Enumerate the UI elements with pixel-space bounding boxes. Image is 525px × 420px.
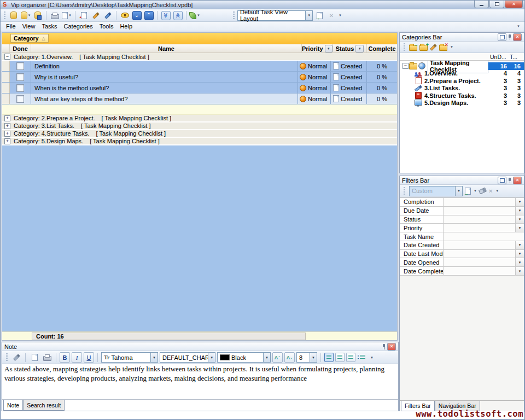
underline-button[interactable]: U xyxy=(84,352,94,363)
tree-row-list-tasks[interactable]: 3.List Tasks. 33 xyxy=(400,85,524,92)
done-checkbox[interactable] xyxy=(16,73,24,81)
options-button[interactable]: ▼ xyxy=(189,10,200,21)
align-right-button[interactable] xyxy=(346,353,355,362)
group-row-structure-tasks[interactable]: + Category: 4.Structure Tasks. [ Task Ma… xyxy=(2,130,397,138)
toolbar-grip[interactable] xyxy=(404,187,405,195)
save-filter-button[interactable]: → xyxy=(465,188,471,195)
delete-filter-button[interactable]: ✕ xyxy=(488,188,493,194)
new-task-button[interactable]: * xyxy=(78,10,89,21)
edit-category-button[interactable] xyxy=(430,44,437,51)
toolbar-grip[interactable] xyxy=(4,11,5,20)
task-row[interactable]: When is the method useful? Normal Create… xyxy=(2,83,397,94)
filter-value-field[interactable] xyxy=(444,215,515,224)
filter-value-field[interactable] xyxy=(444,224,515,232)
align-left-button[interactable] xyxy=(324,353,334,362)
combo-dropdown-icon[interactable]: ▼ xyxy=(208,353,215,362)
note-print-button[interactable] xyxy=(42,352,52,363)
menu-help[interactable]: Help xyxy=(116,22,136,31)
align-center-button[interactable] xyxy=(335,353,345,362)
done-checkbox[interactable] xyxy=(16,84,24,92)
view-task-button[interactable] xyxy=(119,10,130,21)
task-row[interactable]: What are key steps of the method? Normal… xyxy=(2,94,397,104)
column-header-name[interactable]: Name xyxy=(31,44,302,52)
column-header-status[interactable]: Status ▼ xyxy=(333,44,367,52)
minimize-button[interactable] xyxy=(474,1,489,8)
filter-dropdown-button[interactable]: ▼ xyxy=(515,258,524,266)
save-note-button[interactable] xyxy=(11,352,22,363)
filter-value-field[interactable] xyxy=(444,258,515,266)
open-database-button[interactable]: ▼ xyxy=(20,10,31,21)
menu-categories[interactable]: Categories xyxy=(61,22,96,31)
delete-layout-button[interactable]: ✕ xyxy=(326,10,337,21)
italic-button[interactable]: I xyxy=(72,352,82,363)
new-database-button[interactable] xyxy=(8,10,19,21)
note-text-editor[interactable]: As stated above, mapping strategies help… xyxy=(2,364,398,400)
tree-row-prepare-project[interactable]: 2.Prepare a Project. 33 xyxy=(400,77,524,85)
layout-combo[interactable]: Default Task View Layout ▼ xyxy=(237,10,313,21)
font-family-combo[interactable]: Tr Tahoma ▼ xyxy=(101,352,158,363)
filter-dropdown-button[interactable]: ▼ xyxy=(515,250,524,258)
filter-dropdown-button[interactable]: ▼ xyxy=(515,207,524,215)
filter-value-field[interactable] xyxy=(444,207,515,215)
done-checkbox[interactable] xyxy=(16,62,24,70)
filter-value-field[interactable] xyxy=(444,198,515,206)
font-color-combo[interactable]: Black ▼ xyxy=(217,352,271,363)
filter-value-field[interactable] xyxy=(444,232,524,241)
expand-group-icon[interactable]: + xyxy=(4,131,10,137)
print-button[interactable] xyxy=(49,10,60,21)
toolbar-overflow-icon[interactable]: ▼ xyxy=(450,45,453,49)
toolbar-overflow-icon[interactable]: ▼ xyxy=(339,14,342,17)
combo-dropdown-icon[interactable]: ▼ xyxy=(455,186,462,196)
filter-dropdown-button[interactable]: ▼ xyxy=(515,241,524,249)
delete-category-button[interactable]: ✕ xyxy=(439,45,447,51)
collapse-tree-icon[interactable]: − xyxy=(402,63,409,69)
group-row-overview[interactable]: − Category: 1.Overview. [ Task Mapping C… xyxy=(2,53,397,61)
panel-close-button[interactable]: ✕ xyxy=(513,33,522,41)
menu-tasks[interactable]: Tasks xyxy=(38,22,60,31)
bold-button[interactable]: B xyxy=(60,352,70,363)
filter-dropdown-button[interactable]: ▼ xyxy=(515,215,524,224)
pin-icon[interactable] xyxy=(508,177,512,184)
filter-dropdown-button[interactable]: ▼ xyxy=(515,224,524,232)
menu-view[interactable]: View xyxy=(19,22,39,31)
charset-combo[interactable]: DEFAULT_CHAR ▼ xyxy=(160,352,215,363)
task-row[interactable]: Definition Normal Created 0 % xyxy=(2,61,397,72)
print-preview-button[interactable]: ▼ xyxy=(61,10,72,21)
combo-dropdown-icon[interactable]: ▼ xyxy=(310,353,317,362)
group-row-list-tasks[interactable]: + Category: 3.List Tasks. [ Task Mapping… xyxy=(2,122,397,130)
panel-close-button[interactable]: ✕ xyxy=(513,177,522,184)
expand-group-icon[interactable]: + xyxy=(4,123,10,129)
tab-search-result[interactable]: Search result xyxy=(23,400,65,411)
column-total[interactable]: T... xyxy=(510,54,524,60)
tree-row-structure-tasks[interactable]: 4.Structure Tasks. 33 xyxy=(400,92,524,100)
column-header-priority[interactable]: Priority ▼ xyxy=(302,44,333,52)
move-up-button[interactable]: ⌃ xyxy=(143,10,154,21)
task-row[interactable]: Why is it useful? Normal Created 0 % xyxy=(2,72,397,83)
menu-file[interactable]: File xyxy=(3,22,19,31)
restore-button[interactable] xyxy=(489,1,504,8)
bullet-list-button[interactable] xyxy=(357,352,368,363)
new-category-button[interactable]: → xyxy=(409,45,417,51)
pin-icon[interactable] xyxy=(508,34,512,40)
new-subcategory-button[interactable]: + xyxy=(419,45,428,51)
column-header-done[interactable]: Done xyxy=(10,44,31,52)
font-size-combo[interactable]: 8 ▼ xyxy=(296,352,317,363)
column-header-complete[interactable]: Complete xyxy=(367,44,397,52)
shrink-font-button[interactable]: A⌄ xyxy=(284,352,295,363)
filter-dropdown-button[interactable]: ▼ xyxy=(515,198,524,206)
save-layout-button[interactable]: → xyxy=(314,10,325,21)
group-row-prepare-project[interactable]: + Category: 2.Prepare a Project. [ Task … xyxy=(2,115,397,122)
menu-tools[interactable]: Tools xyxy=(96,22,117,31)
combo-dropdown-icon[interactable]: ▼ xyxy=(305,11,312,20)
status-filter-button[interactable]: ▼ xyxy=(355,45,364,52)
toolbar-overflow-icon[interactable]: ▼ xyxy=(495,189,499,192)
expand-group-icon[interactable]: + xyxy=(4,115,10,121)
group-row-design-maps[interactable]: + Category: 5.Design Maps. [ Task Mappin… xyxy=(2,138,397,145)
combo-dropdown-icon[interactable]: ▼ xyxy=(150,353,158,362)
collapse-group-icon[interactable]: − xyxy=(4,54,10,60)
collapse-all-button[interactable]: ≫ xyxy=(172,10,183,21)
tree-row-design-maps[interactable]: 5.Design Maps. 33 xyxy=(400,100,524,107)
tree-row-root[interactable]: − Task Mapping Checklist 16 16 xyxy=(400,62,524,70)
filter-value-field[interactable] xyxy=(444,267,515,275)
filter-preset-combo[interactable]: Custom ▼ xyxy=(409,186,463,196)
